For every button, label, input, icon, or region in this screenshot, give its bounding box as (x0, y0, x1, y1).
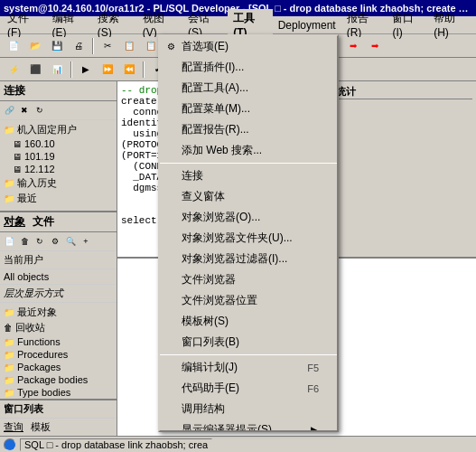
toolbar2-stop[interactable]: ⬛ (25, 61, 45, 79)
tree-recycle[interactable]: 🗑 回收站 (2, 320, 115, 335)
objfolder-icon (163, 231, 178, 246)
proc-icon: 📁 (4, 350, 14, 360)
menu-item-compiler-hints[interactable]: 显示编译器提示(S) ▶ (160, 419, 337, 432)
toolbar-open[interactable]: 📂 (25, 37, 45, 55)
func-icon: 📁 (4, 337, 14, 347)
window-list-header: 窗口列表 (0, 399, 117, 419)
toolbar-save[interactable]: 💾 (47, 37, 67, 55)
toolbar-arrow3[interactable]: ➡ (365, 37, 385, 55)
menu-item-web-search[interactable]: 添加 Web 搜索... (160, 140, 337, 161)
tree-recent-objects[interactable]: 📁 最近对象 (2, 305, 115, 320)
menu-item-connect[interactable]: 连接 (160, 165, 337, 186)
explain-icon (163, 361, 178, 375)
toolbar-copy[interactable]: 📋 (119, 37, 139, 55)
menu-window[interactable]: 窗口(I) (387, 9, 428, 41)
menu-item-config-plugins[interactable]: 配置插件(I)... (160, 57, 337, 78)
typebody-icon: 📁 (4, 388, 14, 398)
toolbar-cut[interactable]: ✂ (98, 37, 117, 55)
codeassist-icon (163, 381, 178, 396)
obj-add-btn[interactable]: + (79, 234, 93, 249)
menu-bar: 文件(F) 编辑(E) 搜索(S) 视图(V) 会话(S) 工具(T) Depl… (0, 16, 476, 34)
tree-packages[interactable]: 📁 Packages (2, 361, 115, 373)
codeassist-shortcut: F6 (307, 383, 319, 394)
obj-delete-btn[interactable]: 🗑 (17, 234, 32, 249)
toolbar2-explain[interactable]: 📊 (47, 61, 67, 79)
obj-new-btn[interactable]: 📄 (2, 234, 16, 249)
objfilter-icon (163, 252, 178, 267)
menu-item-code-assist[interactable]: 代码助手(E) F6 (160, 378, 337, 399)
toolbar2-step[interactable]: ⏩ (98, 61, 117, 79)
tree-101-19[interactable]: 🖥 101.19 (2, 150, 115, 163)
objects-header: 对象 文件 (0, 211, 117, 232)
tree-input-history[interactable]: 📁 输入历史 (2, 175, 115, 191)
filter-label: All objects (0, 269, 117, 285)
window-tab-template[interactable]: 模板 (31, 420, 51, 434)
fileloc-icon (163, 294, 178, 308)
tree-recent[interactable]: 📁 最近 (2, 191, 115, 206)
left-panel: 连接 🔗 ✖ ↻ 📁 机入固定用户 🖥 160.10 🖥 101.19 🖥 12… (0, 81, 117, 436)
compiler-icon (163, 423, 178, 433)
toolbar-arrow2[interactable]: ➡ (343, 37, 363, 55)
menu-item-preferences[interactable]: ⚙ 首选项(E) (160, 36, 337, 57)
toolbar-print[interactable]: 🖨 (69, 37, 89, 55)
template-icon (163, 315, 178, 329)
stats-header: 统计 (336, 85, 472, 99)
tools-dropdown-menu[interactable]: ⚙ 首选项(E) 配置插件(I)... 配置工具(A)... 配置菜单(M)..… (158, 34, 339, 432)
tab-objects[interactable]: 对象 (4, 214, 25, 230)
connection-toolbar: 🔗 ✖ ↻ (0, 101, 117, 120)
folder-icon4: 📁 (4, 307, 14, 317)
toolbar2-execute[interactable]: ⚡ (4, 61, 23, 79)
tree-12-112[interactable]: 🖥 12.112 (2, 163, 115, 175)
menu-item-config-tools[interactable]: 配置工具(A)... (160, 78, 337, 99)
status-bar: SQL □ - drop database link zhaobsh; crea (0, 436, 476, 452)
menu-item-config-menu[interactable]: 配置菜单(M)... (160, 99, 337, 119)
toolbar2-back[interactable]: ⏪ (119, 61, 139, 79)
obj-settings-btn[interactable]: ⚙ (48, 234, 62, 249)
plugins-icon (163, 61, 178, 75)
menu-item-file-location[interactable]: 文件浏览器位置 (160, 290, 337, 311)
menu-item-config-reports[interactable]: 配置报告(R)... (160, 119, 337, 140)
menu-item-obj-browser[interactable]: 对象浏览器(O)... (160, 207, 337, 228)
menu-help[interactable]: 帮助(H) (428, 9, 474, 41)
tree-procedures[interactable]: 📁 Procedures (2, 348, 115, 361)
menu-item-explain-plan[interactable]: 编辑计划(J) F5 (160, 357, 337, 378)
tree-fixed-users[interactable]: 📁 机入固定用户 (2, 122, 115, 137)
toolbar2-debug[interactable]: ▶ (76, 61, 96, 79)
preferences-icon: ⚙ (163, 40, 178, 54)
menu-item-template-tree[interactable]: 模板树(S) (160, 311, 337, 332)
tree-type-bodies[interactable]: 📁 Type bodies (2, 386, 115, 399)
tree-functions[interactable]: 📁 Functions (2, 335, 115, 348)
form-icon (163, 190, 178, 204)
tab-files[interactable]: 文件 (33, 214, 54, 230)
stats-panel: 统计 (331, 81, 476, 257)
menu-item-obj-browser-filter[interactable]: 对象浏览器过滤器(I)... (160, 249, 337, 269)
window-tab-query[interactable]: 查询 (4, 420, 23, 434)
tree-160-10[interactable]: 🖥 160.10 (2, 137, 115, 150)
menu-item-define-form[interactable]: 查义窗体 (160, 186, 337, 207)
conn-remove-btn[interactable]: ✖ (17, 103, 32, 118)
web-icon (163, 144, 178, 158)
object-tree: 📁 最近对象 🗑 回收站 📁 Functions 📁 Procedures 📁 … (0, 303, 117, 399)
toolbar2-sep1 (70, 61, 72, 78)
window-list-tabs: 查询 模板 (0, 419, 117, 436)
recent-icon: 📁 (4, 193, 14, 203)
server-icon: 🖥 (13, 139, 22, 149)
toolbar-new[interactable]: 📄 (4, 37, 23, 55)
conn-add-btn[interactable]: 🔗 (2, 103, 16, 118)
windowlist-icon (163, 335, 178, 350)
menu-sep1 (160, 163, 337, 164)
menu-item-window-list[interactable]: 窗口列表(B) (160, 332, 337, 353)
menu-item-obj-browser-folder[interactable]: 对象浏览器文件夹(U)... (160, 228, 337, 249)
obj-refresh-btn[interactable]: ↻ (33, 234, 47, 249)
hierarchy-label: 层次显示方式 (0, 285, 117, 303)
obj-search-btn[interactable]: 🔍 (63, 234, 78, 249)
explain-shortcut: F5 (307, 363, 319, 373)
conn-refresh-btn[interactable]: ↻ (33, 103, 47, 118)
menu-deployment[interactable]: Deployment (273, 17, 341, 33)
tree-package-bodies[interactable]: 📁 Package bodies (2, 373, 115, 386)
connection-header: 连接 (0, 81, 117, 101)
menu-item-call-structure[interactable]: 调用结构 (160, 399, 337, 419)
toolbar-sep1 (92, 38, 94, 54)
callstruct-icon (163, 402, 178, 417)
menu-item-file-browser[interactable]: 文件浏览器 (160, 269, 337, 290)
